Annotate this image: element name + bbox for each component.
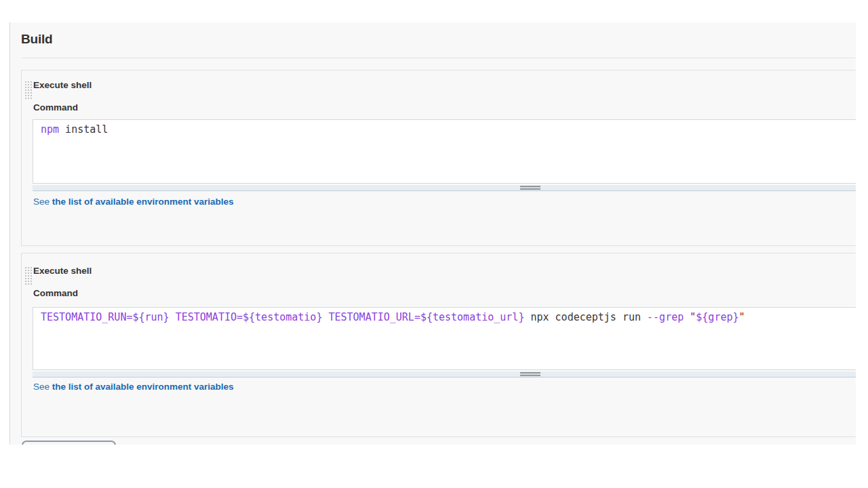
env-vars-help-line: See the list of available environment va… <box>33 382 234 392</box>
build-config-panel: Build Execute shell Command npm install … <box>9 22 856 445</box>
env-vars-help-line: See the list of available environment va… <box>33 197 234 207</box>
page-title: Build <box>21 32 53 47</box>
build-step-title: Execute shell <box>33 80 92 90</box>
add-build-step-button[interactable] <box>22 441 116 445</box>
build-step-execute-shell-1: Execute shell Command npm install See th… <box>21 70 856 246</box>
shell-command-text: TESTOMATIO_RUN=${run} TESTOMATIO=${testo… <box>33 308 856 323</box>
build-step-title: Execute shell <box>33 266 92 276</box>
drag-handle-icon[interactable] <box>24 266 33 285</box>
editor-resize-bar[interactable] <box>33 184 856 191</box>
shell-command-editor[interactable]: npm install <box>33 119 856 184</box>
shell-command-editor[interactable]: TESTOMATIO_RUN=${run} TESTOMATIO=${testo… <box>33 307 856 370</box>
command-label: Command <box>33 102 78 113</box>
build-step-execute-shell-2: Execute shell Command TESTOMATIO_RUN=${r… <box>21 253 856 437</box>
resize-grip-icon[interactable] <box>520 186 540 190</box>
resize-grip-icon[interactable] <box>520 372 540 376</box>
editor-resize-bar[interactable] <box>33 371 856 378</box>
help-prefix: See <box>33 382 52 392</box>
help-prefix: See <box>33 197 52 207</box>
section-divider <box>21 58 856 58</box>
env-vars-link[interactable]: the list of available environment variab… <box>52 382 234 392</box>
env-vars-link[interactable]: the list of available environment variab… <box>52 197 234 207</box>
command-label: Command <box>33 288 78 298</box>
shell-command-text: npm install <box>33 120 856 136</box>
drag-handle-icon[interactable] <box>24 80 33 99</box>
